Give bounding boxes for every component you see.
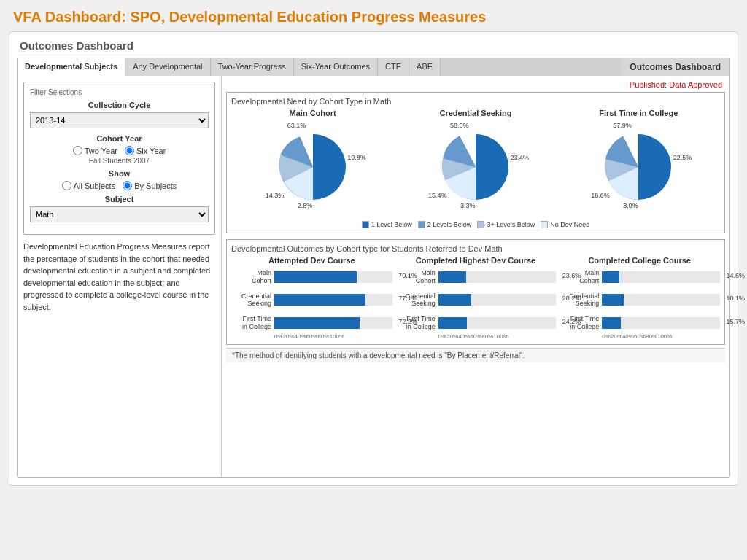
dev-need-section: Developmental Need by Cohort Type in Mat… — [226, 92, 725, 233]
pie-svg-1 — [439, 131, 512, 203]
bar-row-1-1: CredentialSeeking 28.2% — [395, 292, 557, 308]
cohort-year-label: Cohort Year — [30, 134, 209, 143]
filter-box-title: Filter Selections — [30, 88, 209, 96]
pie-label-bl-1: 15.4% — [428, 192, 447, 199]
bar-row-0-1: CredentialSeeking 77.1% — [231, 292, 392, 308]
tab-developmental-subjects[interactable]: Developmental Subjects — [18, 58, 125, 76]
all-subjects-radio-label[interactable]: All Subjects — [62, 181, 115, 190]
bar-val-0-2: 72.2% — [398, 318, 417, 325]
bar-val-1-2: 24.2% — [562, 318, 581, 325]
two-year-radio[interactable] — [73, 146, 82, 155]
all-subjects-radio[interactable] — [62, 181, 71, 190]
pie-svg-0 — [276, 131, 349, 203]
legend-box-1 — [418, 221, 425, 228]
bar-fill-1-1 — [438, 294, 472, 306]
legend-label-0: 1 Level Below — [371, 221, 412, 228]
pie-main-cohort-title: Main Cohort — [290, 109, 336, 117]
bar-axis-2: 0% 20% 40% 60% 80% 100% — [602, 333, 672, 340]
collection-cycle-label: Collection Cycle — [30, 101, 209, 109]
cohort-year-radios: Two Year Six Year — [30, 146, 209, 155]
pie-label-bl-0: 14.3% — [266, 192, 285, 199]
by-subjects-radio-label[interactable]: By Subjects — [123, 181, 177, 190]
outcomes-dashboard-label: Outcomes Dashboard — [621, 58, 729, 76]
subject-label: Subject — [30, 195, 209, 203]
bar-bg-0-1: 77.1% — [274, 294, 392, 306]
bar-bg-2-2: 15.7% — [602, 317, 720, 329]
pie-label-r-0: 19.8% — [347, 154, 366, 161]
bar-val-2-1: 18.1% — [726, 295, 745, 302]
show-label: Show — [30, 169, 209, 178]
bar-chart-attempted-title: Attempted Dev Course — [231, 256, 392, 265]
outer-panel: Outcomes Dashboard Developmental Subject… — [9, 31, 738, 486]
by-subjects-radio[interactable] — [123, 181, 132, 190]
legend-item-0: 1 Level Below — [362, 221, 412, 228]
bar-fill-0-0 — [274, 271, 357, 283]
legend-box-0 — [362, 221, 369, 228]
bar-chart-completed-highest-body: MainCohort 23.6% CredentialSeeking — [395, 269, 557, 331]
dashboard-frame: Developmental Subjects Any Developmental… — [17, 58, 730, 478]
description-text: Developmental Education Progress Measure… — [23, 241, 215, 471]
bar-chart-attempted: Attempted Dev Course MainCohort 70.1% — [231, 256, 392, 340]
legend-item-2: 3+ Levels Below — [477, 221, 535, 228]
bar-bg-2-1: 18.1% — [602, 294, 720, 306]
tab-cte[interactable]: CTE — [378, 58, 409, 76]
bar-chart-completed-highest: Completed Highest Dev Course MainCohort … — [395, 256, 557, 340]
collection-cycle-select[interactable]: 2013-14 — [30, 112, 209, 128]
bar-bg-1-0: 23.6% — [438, 271, 557, 283]
pie-label-bc-2: 3.0% — [623, 202, 638, 209]
legend-item-1: 2 Levels Below — [418, 221, 472, 228]
tab-any-developmental[interactable]: Any Developmental — [125, 58, 210, 76]
legend-item-3: No Dev Need — [541, 221, 589, 228]
bar-val-1-0: 23.6% — [562, 272, 581, 279]
subject-select[interactable]: Math — [30, 206, 209, 222]
bar-fill-0-2 — [274, 317, 360, 329]
bar-row-1-0: MainCohort 23.6% — [395, 269, 557, 285]
show-radios: All Subjects By Subjects — [30, 181, 209, 190]
bar-charts-row: Attempted Dev Course MainCohort 70.1% — [231, 256, 720, 340]
right-panel: Published: Data Approved Developmental N… — [222, 76, 729, 477]
legend-label-1: 2 Levels Below — [427, 221, 472, 228]
bar-bg-1-2: 24.2% — [438, 317, 557, 329]
bar-val-0-0: 70.1% — [398, 272, 417, 279]
bar-chart-completed-college: Completed College Course MainCohort 14.6… — [559, 256, 720, 340]
left-panel: Filter Selections Collection Cycle 2013-… — [18, 76, 222, 477]
bar-fill-2-1 — [602, 294, 623, 306]
bar-axis-1: 0% 20% 40% 60% 80% 100% — [438, 333, 508, 340]
pie-first-time-title: First Time in College — [599, 109, 678, 117]
pie-credential-title: Credential Seeking — [439, 109, 511, 117]
pie-top-label-0: 63.1% — [287, 122, 306, 129]
tab-six-year-outcomes[interactable]: Six-Year Outcomes — [294, 58, 378, 76]
two-year-radio-label[interactable]: Two Year — [73, 146, 117, 155]
pie-label-bl-2: 16.6% — [591, 192, 610, 199]
bar-bg-1-1: 28.2% — [438, 294, 557, 306]
bar-label-0-0: MainCohort — [231, 269, 271, 285]
pie-legend: 1 Level Below 2 Levels Below 3+ Levels B… — [231, 221, 720, 228]
bar-label-0-2: First Timein College — [231, 315, 271, 331]
pie-credential-seeking: Credential Seeking 58.0% 15.4% — [403, 109, 549, 215]
pie-top-label-1: 58.0% — [450, 122, 469, 129]
pie-label-bc-1: 3.3% — [460, 202, 476, 209]
legend-box-3 — [541, 221, 548, 228]
filter-box: Filter Selections Collection Cycle 2013-… — [23, 82, 215, 235]
legend-box-2 — [477, 221, 484, 228]
bar-row-1-2: First Timein College 24.2% — [395, 315, 557, 331]
bar-chart-completed-highest-title: Completed Highest Dev Course — [395, 256, 557, 265]
bar-fill-1-0 — [438, 271, 466, 283]
tab-two-year-progress[interactable]: Two-Year Progress — [211, 58, 294, 76]
bar-bg-2-0: 14.6% — [602, 271, 720, 283]
footnote: *The method of identifying students with… — [226, 348, 725, 362]
tab-abe[interactable]: ABE — [409, 58, 441, 76]
page-title: VFA Dashboard: SPO, Developmental Educat… — [0, 0, 747, 31]
bar-label-0-1: CredentialSeeking — [231, 292, 271, 308]
bar-val-2-0: 14.6% — [726, 272, 745, 279]
bar-row-2-2: First Timein College 15.7% — [559, 315, 720, 331]
dev-need-title: Developmental Need by Cohort Type in Mat… — [231, 97, 720, 106]
bar-row-0-2: First Timein College 72.2% — [231, 315, 392, 331]
pie-label-bc-0: 2.8% — [298, 202, 313, 209]
bar-fill-2-0 — [602, 271, 619, 283]
legend-label-3: No Dev Need — [550, 221, 589, 228]
six-year-radio-label[interactable]: Six Year — [125, 146, 166, 155]
bar-fill-1-2 — [438, 317, 467, 329]
six-year-radio[interactable] — [125, 146, 134, 155]
fall-students-note: Fall Students 2007 — [30, 157, 209, 165]
